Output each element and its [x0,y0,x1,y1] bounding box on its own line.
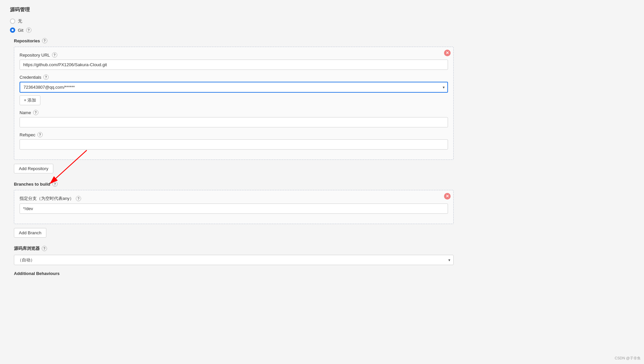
name-label: Name ? [20,110,448,115]
browser-select-wrapper: （自动） GitHub GitLab Gitea ▾ [14,255,454,265]
credentials-select-wrapper: 723643807@qq.com/****** ▾ [20,82,448,93]
browser-section: 源码库浏览器 ? （自动） GitHub GitLab Gitea ▾ [14,246,454,265]
branch-spec-input[interactable] [20,204,448,214]
add-repository-button[interactable]: Add Repository [14,164,53,173]
add-credentials-button[interactable]: + 添加 [20,95,40,105]
branch-spec-group: 指定分支（为空时代表any） ? [20,196,448,214]
radio-none-label: 无 [18,18,22,24]
close-branch-button[interactable]: ✕ [444,193,451,200]
repo-url-help-icon[interactable]: ? [52,52,57,58]
watermark: CSDN @子非鱼 [615,356,641,361]
credentials-select[interactable]: 723643807@qq.com/****** [20,82,448,93]
additional-behaviours-label: Additional Behaviours [14,271,454,276]
credentials-help-icon[interactable]: ? [43,74,49,80]
branch-spec-label: 指定分支（为空时代表any） ? [20,196,448,202]
page-title: 源码管理 [10,7,454,13]
repositories-help-icon[interactable]: ? [42,38,47,43]
additional-behaviours-section: Additional Behaviours [14,271,454,276]
name-input[interactable] [20,117,448,127]
refspec-label: Refspec ? [20,132,448,137]
name-group: Name ? [20,110,448,127]
browser-help-icon[interactable]: ? [42,246,47,251]
repository-config-box: ✕ Repository URL ? Credentials ? 7236438… [14,47,454,160]
refspec-help-icon[interactable]: ? [37,132,43,137]
branch-spec-help-icon[interactable]: ? [76,196,81,201]
name-help-icon[interactable]: ? [33,110,38,115]
repositories-section: Repositories ? ✕ Repository URL ? Creden… [14,38,454,276]
radio-none[interactable]: 无 [10,18,454,24]
repositories-label: Repositories ? [14,38,454,43]
credentials-group: Credentials ? 723643807@qq.com/****** ▾ … [20,74,448,105]
refspec-input[interactable] [20,139,448,150]
radio-git-label: Git [18,28,24,33]
git-help-icon[interactable]: ? [26,27,31,33]
radio-git[interactable]: Git ? [10,27,454,33]
branches-label: Branches to build ? [14,181,454,187]
add-branch-button[interactable]: Add Branch [14,228,46,238]
branches-help-icon[interactable]: ? [52,181,58,187]
refspec-group: Refspec ? [20,132,448,150]
source-control-radio-group: 无 Git ? [10,18,454,33]
repo-url-label: Repository URL ? [20,52,448,58]
browser-select[interactable]: （自动） GitHub GitLab Gitea [14,255,454,265]
close-repository-button[interactable]: ✕ [444,50,451,56]
radio-git-circle [10,27,15,33]
branches-section: Branches to build ? ✕ [14,181,454,243]
browser-label: 源码库浏览器 ? [14,246,454,251]
credentials-label: Credentials ? [20,74,448,80]
repo-url-input[interactable] [20,60,448,70]
radio-none-circle [10,19,15,24]
repo-url-group: Repository URL ? [20,52,448,70]
branch-config-box: ✕ 指定分支（为空时代表any） ? [14,190,454,224]
